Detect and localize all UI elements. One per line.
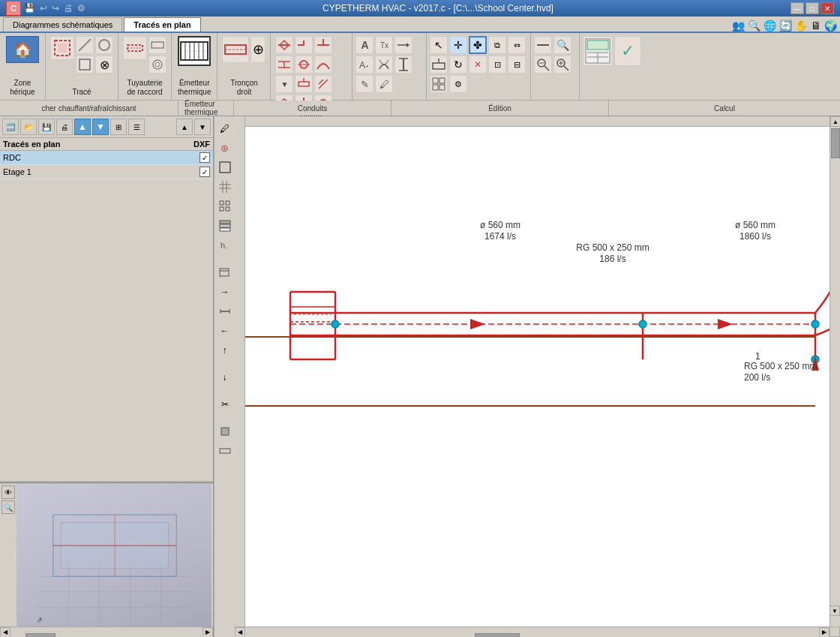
hscroll-thumb[interactable] xyxy=(26,633,56,638)
edition-btn-grid[interactable] xyxy=(430,75,448,93)
search-people-icon[interactable]: 👥 xyxy=(732,20,745,32)
layer-checkbox-rdc[interactable]: ✓ xyxy=(200,152,210,163)
hscroll-right[interactable]: ▶ xyxy=(202,627,213,638)
vt-btn-tag[interactable] xyxy=(216,263,234,281)
vt-btn-layers[interactable] xyxy=(216,217,234,235)
union-btn-5[interactable] xyxy=(295,56,313,74)
trace-button-1[interactable] xyxy=(50,36,74,60)
left-btn-qr[interactable]: ⊞ xyxy=(110,119,127,135)
tuyauterie-sm-2[interactable] xyxy=(148,56,166,74)
trace-small-3[interactable] xyxy=(95,36,113,54)
print-icon[interactable]: 🖨 xyxy=(64,3,73,14)
left-btn-up[interactable]: ▲ xyxy=(74,119,91,135)
union-btn-7[interactable] xyxy=(295,75,313,93)
edition-btn-rotate[interactable]: ↻ xyxy=(449,56,467,74)
vt-btn-rect[interactable] xyxy=(216,158,234,176)
trace-small-4[interactable]: ⊗ xyxy=(95,56,113,74)
left-btn-print[interactable]: 🖨 xyxy=(56,119,73,135)
hscroll-canvas-right[interactable]: ▶ xyxy=(819,627,830,638)
magnify-btn-4[interactable] xyxy=(554,56,572,74)
edition-btn-select[interactable]: ↖ xyxy=(430,36,448,54)
vscroll-up[interactable]: ▲ xyxy=(830,116,840,127)
magnify-btn-3[interactable] xyxy=(534,56,552,74)
vt-btn-measure[interactable]: h. xyxy=(216,236,234,254)
canvas-area[interactable]: ø 560 mm 1674 l/s RG 500 x 250 mm 186 l/… xyxy=(235,116,840,637)
hand-icon[interactable]: ✋ xyxy=(795,20,808,32)
vscroll-thumb[interactable] xyxy=(831,128,840,158)
tuyauterie-main[interactable] xyxy=(123,36,147,60)
canvas-scrollbar-v[interactable]: ▲ ▼ xyxy=(830,116,840,626)
left-btn-prev[interactable]: ▲ xyxy=(176,119,193,135)
troncon-sm[interactable]: ⊕ xyxy=(250,36,266,63)
minimize-button[interactable]: — xyxy=(790,2,804,14)
emetteur-button[interactable] xyxy=(178,36,211,66)
zone-button[interactable]: 🏠 xyxy=(6,36,39,63)
hscroll-left[interactable]: ◀ xyxy=(0,627,10,638)
union-btn-4[interactable] xyxy=(275,56,293,74)
hscroll-canvas-left[interactable]: ◀ xyxy=(235,627,245,638)
text-btn-4[interactable]: A + xyxy=(356,56,374,74)
union-down-arrow[interactable]: ▼ xyxy=(275,75,293,93)
monitor-icon[interactable]: 🖥 xyxy=(811,20,821,32)
vt-btn-rect2[interactable] xyxy=(216,442,234,460)
edition-btn-scale[interactable]: ⊟ xyxy=(508,56,526,74)
tab-diagrammes[interactable]: Diagrammes schématiques xyxy=(3,17,122,32)
hscroll-canvas-thumb[interactable] xyxy=(475,633,520,638)
edition-btn-mirror[interactable]: ⇔ xyxy=(508,36,526,54)
left-btn-open[interactable]: 📂 xyxy=(20,119,37,135)
union-btn-6[interactable] xyxy=(314,56,332,74)
edition-btn-align[interactable]: ⊡ xyxy=(488,56,506,74)
union-btn-1[interactable] xyxy=(275,36,293,54)
edition-btn-delete[interactable]: ✕ xyxy=(469,56,487,74)
vt-btn-grid[interactable] xyxy=(216,178,234,196)
settings-icon[interactable]: ⚙ xyxy=(77,3,86,14)
view3d-btn-2[interactable]: 🔍 xyxy=(2,500,15,514)
vt-btn-up2[interactable]: ↑ xyxy=(216,341,234,359)
edition-btn-copy[interactable]: ⧉ xyxy=(488,36,506,54)
globe-icon[interactable]: 🌐 xyxy=(764,20,776,32)
magnify-btn-2[interactable]: 🔍 xyxy=(554,36,572,54)
left-btn-save[interactable]: 💾 xyxy=(38,119,55,135)
magnify-btn-1[interactable] xyxy=(534,36,552,54)
web-icon[interactable]: 🌍 xyxy=(824,20,837,32)
vt-btn-arrow-right[interactable]: → xyxy=(216,283,234,301)
layer-row-rdc[interactable]: RDC ✓ xyxy=(0,151,213,165)
vt-btn-arrow-left[interactable]: ← xyxy=(216,322,234,340)
undo-icon[interactable]: ↩ xyxy=(40,3,47,14)
text-btn-5[interactable] xyxy=(375,56,393,74)
text-btn-3[interactable] xyxy=(394,36,412,54)
layer-checkbox-etage1[interactable]: ✓ xyxy=(200,167,210,177)
union-btn-3[interactable] xyxy=(314,36,332,54)
zoom-fit-icon[interactable]: 🔍 xyxy=(748,20,760,32)
troncon-main[interactable] xyxy=(222,36,249,63)
restore-button[interactable]: □ xyxy=(806,2,819,14)
text-btn-6[interactable] xyxy=(394,56,412,74)
text-btn-8[interactable]: 🖊 xyxy=(375,75,393,93)
layer-row-etage1[interactable]: Etage 1 ✓ xyxy=(0,165,213,179)
left-btn-list[interactable]: ☰ xyxy=(128,119,145,135)
union-btn-2[interactable] xyxy=(295,36,313,54)
view3d-btn-1[interactable]: 👁 xyxy=(2,485,15,499)
tuyauterie-sm-1[interactable] xyxy=(148,36,166,54)
refresh-icon[interactable]: 🔄 xyxy=(779,20,792,32)
edition-btn-move2[interactable]: ✤ xyxy=(469,36,487,54)
drawing-canvas[interactable]: ø 560 mm 1674 l/s RG 500 x 250 mm 186 l/… xyxy=(245,127,830,626)
redo-icon[interactable]: ↪ xyxy=(52,3,59,14)
vt-btn-down2[interactable]: ↓ xyxy=(216,368,234,386)
vscroll-down[interactable]: ▼ xyxy=(830,605,840,616)
left-btn-next[interactable]: ▼ xyxy=(194,119,211,135)
left-btn-new[interactable]: 🆕 xyxy=(2,119,19,135)
vt-btn-pointer[interactable]: 🖊 xyxy=(216,119,234,137)
edition-btn-stretch[interactable] xyxy=(430,56,448,74)
vt-btn-magnet[interactable]: ⊛ xyxy=(216,139,234,157)
text-btn-1[interactable]: A xyxy=(356,36,374,54)
calcul-main-btn[interactable] xyxy=(583,36,613,66)
calcul-check-btn[interactable]: ✓ xyxy=(614,36,641,66)
edition-btn-move[interactable]: ✛ xyxy=(449,36,467,54)
text-btn-7[interactable]: ✎ xyxy=(356,75,374,93)
trace-small-1[interactable] xyxy=(76,36,94,54)
union-btn-8[interactable] xyxy=(314,75,332,93)
vt-btn-scissors[interactable]: ✂ xyxy=(216,395,234,413)
text-btn-2[interactable]: Tx xyxy=(375,36,393,54)
tab-traces[interactable]: Tracés en plan xyxy=(124,17,200,32)
